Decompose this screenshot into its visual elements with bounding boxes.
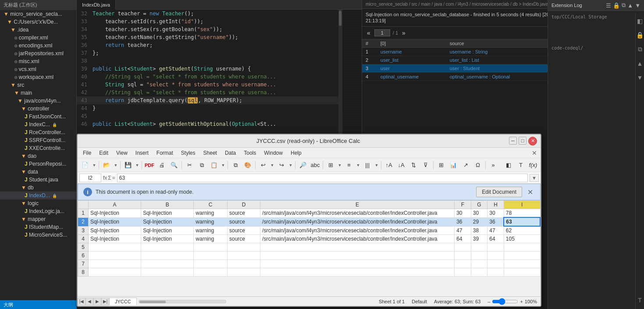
cell-H6[interactable] [487,252,504,260]
ext-log-expand-btn[interactable]: ▼ [635,2,640,9]
nav-next-btn[interactable]: » [401,29,407,36]
sidebar-item-person-repo[interactable]: J PersonReposi... [0,160,76,168]
cell-H3[interactable]: 47 [487,226,504,235]
sidebar-item-c-users[interactable]: ▼ C:/Users/c'x'k/De... [0,18,76,26]
row4-source[interactable]: optinal_username : Optional [446,73,549,81]
sheet-nav-last[interactable]: ▶| [101,298,109,305]
col-F-header[interactable]: F [455,201,471,209]
sidebar-item-student-java[interactable]: J Student.java [0,176,76,184]
sidebar-item-src[interactable]: ▼ src [0,81,76,89]
ext-log-list-btn[interactable]: ☰ [606,2,611,9]
paste-dropdown[interactable]: ▼ [221,160,226,170]
cell-B7[interactable] [141,260,194,268]
sidebar-item-rce[interactable]: J RceController... [0,128,76,136]
activity-down[interactable]: ▼ [636,73,644,82]
row2-col0[interactable]: user_list [377,56,446,64]
redo-dropdown[interactable]: ▼ [288,160,293,170]
insert-misc-btn[interactable]: ↗ [460,160,471,170]
cell-I3[interactable]: 62 [504,226,540,235]
menu-edit[interactable]: Edit [96,149,112,157]
cell-G4[interactable]: 39 [471,235,487,243]
horizontal-scrollbar[interactable] [139,300,226,303]
editor-scrollbar[interactable] [338,10,342,134]
sidebar-item-vcs-xml[interactable]: ⊛ vcs.xml [0,65,76,73]
cell-F3[interactable]: 47 [455,226,471,235]
sheet-nav-first[interactable]: |◀ [78,298,85,305]
new-btn[interactable]: 📄 [79,160,91,170]
cell-A1[interactable]: Sql-Injection [89,209,141,218]
paint-btn[interactable]: 🎨 [242,160,253,170]
special-char-btn[interactable]: Ω [472,160,484,170]
cell-D4[interactable]: source [227,235,260,243]
sort-asc-btn[interactable]: ↑A [383,160,395,170]
cell-D3[interactable]: source [227,226,260,235]
redo-btn[interactable]: ↪ [276,160,287,170]
sidebar-item-xxe[interactable]: J XXEControlle... [0,144,76,152]
cell-A6[interactable] [89,252,141,260]
col-I-header[interactable]: I [504,201,540,209]
formula-input[interactable] [117,174,528,182]
cell-C4[interactable]: warning [194,235,228,243]
ext-log-lock-btn[interactable]: 🔒 [613,2,620,9]
sidebar-item-data[interactable]: ▼ data [0,168,76,176]
sidebar-item-logic[interactable]: ▼ logic [0,199,76,207]
cell-E1[interactable]: /src/main/java/com/l4yn3/microservicesec… [260,209,455,218]
cell-E8[interactable] [260,268,455,277]
menu-help[interactable]: Help [287,149,305,157]
col-C-header[interactable]: C [194,201,228,209]
open-btn[interactable]: 📂 [101,160,112,170]
sheet-tab-jyccc[interactable]: JYCCC [109,298,137,305]
border-btn[interactable]: ⊞ [325,160,336,170]
sidebar-item-misc-xml[interactable]: ⊛ misc.xml [0,57,76,65]
cell-reference-input[interactable] [79,174,101,182]
sidebar-item-indexd[interactable]: J IndexD... 🔒 [0,192,76,199]
rows-btn[interactable]: ≡ [343,160,355,170]
col-G-header[interactable]: G [471,201,487,209]
fx-btn[interactable]: f(x) [527,160,539,170]
sidebar-right-btn[interactable]: ◧ [503,160,514,170]
menu-file[interactable]: File [79,149,95,157]
cell-E6[interactable] [260,252,455,260]
menu-insert[interactable]: Insert [132,149,152,157]
cell-G8[interactable] [471,268,487,277]
cell-E7[interactable] [260,260,455,268]
row3-col0[interactable]: user [377,64,446,73]
ext-log-copy-btn[interactable]: ⧉ [622,2,626,9]
cell-G5[interactable] [471,243,487,252]
pdf-btn[interactable]: PDF [144,160,155,170]
row4-col0[interactable]: optinal_username [377,73,446,81]
nav-prev-btn[interactable]: « [366,29,372,36]
zoom-out-icon[interactable]: – [487,299,490,304]
col-E-header[interactable]: E [260,201,455,209]
clone-btn[interactable]: ⧉ [230,160,241,170]
cell-I8[interactable] [504,268,540,277]
cell-E2[interactable]: /src/main/java/com/l4yn3/microservicesec… [260,217,455,226]
sidebar-item-istudentmap[interactable]: J IStudentMap... [0,223,76,231]
row1-col0[interactable]: username [377,48,446,56]
cell-C2[interactable]: warning [194,217,228,226]
edit-document-btn[interactable]: Edit Document [476,187,522,197]
sidebar-item-main[interactable]: ▼ main [0,89,76,97]
cell-A8[interactable] [89,268,141,277]
cell-B1[interactable]: Sql-Injection [141,209,194,218]
activity-lock[interactable]: 🔒 [635,31,644,39]
ext-log-collapse-btn[interactable]: ▲ [627,2,633,9]
sort-btn[interactable]: ⇅ [408,160,419,170]
col-btn[interactable]: ||| [362,160,373,170]
more-btn[interactable]: » [487,160,499,170]
sidebar-item-microservices[interactable]: J MicroServiceS... [0,231,76,239]
col-dropdown[interactable]: ▼ [374,160,379,170]
menu-data[interactable]: Data [221,149,239,157]
nav-page-input[interactable] [374,29,390,36]
cell-F6[interactable] [455,252,471,260]
cell-I5[interactable] [504,243,540,252]
cell-H8[interactable] [487,268,504,277]
sidebar-item-encodings-xml[interactable]: ⊛ encodings.xml [0,42,76,50]
menu-format[interactable]: Format [153,149,177,157]
menu-sheet[interactable]: Sheet [200,149,221,157]
menu-tools[interactable]: Tools [240,149,260,157]
undo-dropdown[interactable]: ▼ [270,160,275,170]
cell-D5[interactable] [227,243,260,252]
cell-G1[interactable]: 30 [471,209,487,218]
cell-G2[interactable]: 29 [471,217,487,226]
